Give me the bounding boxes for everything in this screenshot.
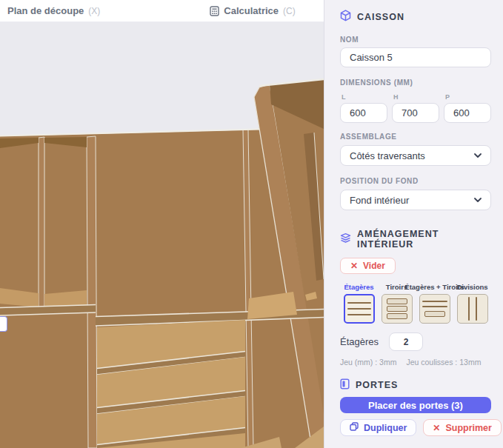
etageres-count-row: Étagères: [340, 332, 491, 351]
tab-calculatrice[interactable]: Calculatrice (C): [202, 5, 302, 16]
copy-icon: [350, 422, 359, 433]
amenagement-title: AMÉNAGEMENT INTÉRIEUR: [357, 229, 491, 250]
dupliquer-button[interactable]: Dupliquer: [340, 419, 416, 436]
position-fond-select[interactable]: Fond intérieur: [340, 190, 491, 210]
dim-p-input[interactable]: [444, 103, 491, 123]
drawers-icon: [382, 294, 413, 324]
3d-viewport[interactable]: [0, 21, 324, 448]
door-icon: [340, 378, 350, 392]
assemblage-value: Côtés traversants: [350, 150, 425, 161]
chevron-down-icon: [474, 153, 482, 158]
caisson-section-header: CAISSON: [340, 10, 491, 24]
vider-label: Vider: [363, 261, 385, 271]
nom-input[interactable]: [340, 47, 491, 67]
dupliquer-label: Dupliquer: [364, 423, 407, 433]
x-icon: ✕: [433, 424, 440, 432]
supprimer-label: Supprimer: [445, 423, 492, 433]
topbar: Plan de découpe (X) Calculatrice (C): [0, 0, 324, 22]
assemblage-label: ASSEMBLAGE: [340, 133, 491, 141]
etageres-count-label: Étagères: [340, 336, 379, 347]
dim-l-label: L: [342, 93, 387, 101]
tab-calc-shortcut: (C): [283, 6, 296, 16]
portes-section-header: PORTES: [340, 378, 491, 392]
layers-icon: [340, 233, 351, 246]
tile-etageres-tiroirs[interactable]: Étagères + Tiroirs: [416, 283, 453, 324]
position-fond-value: Fond intérieur: [350, 195, 409, 206]
tab-plan-label: Plan de découpe: [7, 5, 84, 16]
tile-divisions-label: Divisions: [456, 283, 487, 291]
jeu-info: Jeu (mm) : 3mm: [340, 358, 396, 367]
dim-h-input[interactable]: [392, 103, 439, 123]
dim-p-label: P: [445, 93, 491, 101]
app-window: Plan de découpe (X) Calculatrice (C): [0, 0, 503, 448]
tile-divisions[interactable]: Divisions: [453, 283, 491, 324]
jeu-coulisses-info: Jeu coulisses : 13mm: [406, 358, 481, 367]
placer-portes-button[interactable]: Placer des portes (3): [340, 397, 491, 413]
cube-icon: [340, 10, 351, 24]
calculator-icon: [210, 6, 219, 16]
actions-row: Dupliquer ✕ Supprimer: [340, 419, 491, 436]
x-icon: ✕: [350, 261, 358, 270]
caisson-title: CAISSON: [357, 12, 404, 22]
vider-button[interactable]: ✕ Vider: [340, 258, 396, 274]
dimensions-row: L H P: [340, 89, 491, 123]
tile-etageres-label: Étagères: [344, 283, 373, 291]
supprimer-button[interactable]: ✕ Supprimer: [423, 419, 502, 436]
tile-etageres[interactable]: Étagères: [340, 283, 378, 324]
shelves-drawers-icon: [419, 294, 450, 324]
position-fond-label: POSITION DU FOND: [340, 177, 491, 185]
assemblage-select[interactable]: Côtés traversants: [340, 145, 491, 166]
amenagement-section-header: AMÉNAGEMENT INTÉRIEUR: [340, 229, 491, 250]
tab-plan-de-decoupe[interactable]: Plan de découpe (X): [0, 5, 107, 16]
portes-title: PORTES: [356, 380, 398, 390]
tab-plan-shortcut: (X): [88, 6, 100, 16]
jeu-info-row: Jeu (mm) : 3mm Jeu coulisses : 13mm: [340, 358, 491, 367]
dimensions-label: DIMENSIONS (MM): [340, 78, 491, 87]
config-panel: CAISSON NOM DIMENSIONS (MM) L H P ASSEMB…: [324, 0, 503, 448]
shelves-icon: [344, 294, 375, 324]
dim-h-label: H: [393, 93, 439, 101]
tab-calc-label: Calculatrice: [224, 5, 279, 16]
interior-layout-tiles: Étagères Tiroirs Étagères + Tiroirs Divi…: [340, 283, 491, 324]
etageres-count-input[interactable]: [389, 332, 423, 351]
viewport-resize-handle[interactable]: [0, 316, 7, 332]
divisions-icon: [457, 294, 488, 324]
dim-l-input[interactable]: [340, 103, 387, 123]
cabinet-3d-render: [0, 21, 324, 448]
nom-label: NOM: [340, 36, 491, 44]
chevron-down-icon: [474, 198, 482, 202]
